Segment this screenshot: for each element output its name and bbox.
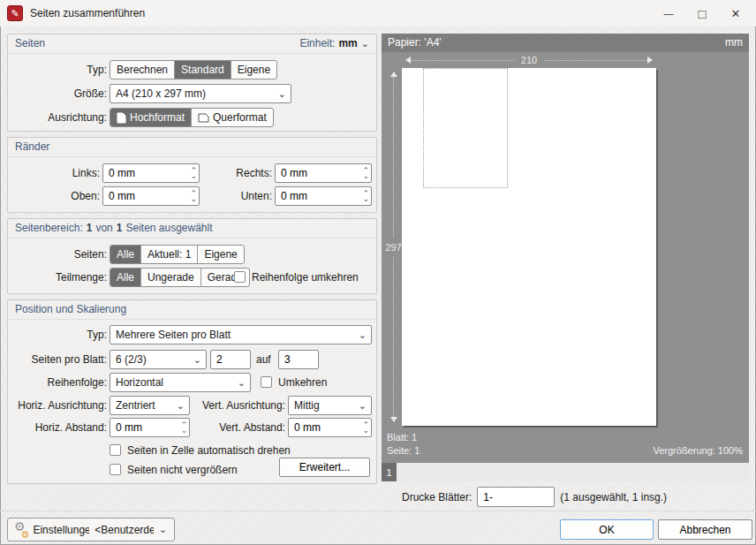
- drucke-blaetter-row: Drucke Blätter: (1 ausgewählt, 1 insg.): [402, 487, 667, 507]
- drucke-blaetter-info: (1 ausgewählt, 1 insg.): [560, 491, 667, 503]
- typ-label: Typ:: [8, 60, 107, 79]
- seite-info: Seite: 1: [387, 445, 420, 456]
- ruler-arrow-down-icon: [390, 417, 397, 426]
- drucke-blaetter-label: Drucke Blätter:: [402, 491, 472, 503]
- preview-panel: Papier: 'A4' mm 210 297 Blatt: 1 Seite: …: [382, 34, 749, 481]
- unit-dropdown[interactable]: Einheit: mm ⌄: [299, 34, 369, 53]
- ruler-height-value: 297: [385, 238, 401, 257]
- group-position: Position und Skalierung Typ: Mehrere Sei…: [7, 299, 377, 484]
- sheet-tab[interactable]: 1: [382, 463, 397, 481]
- seiten-segmented-control: Alle Aktuell: 1 Eigene: [110, 245, 245, 264]
- typ-option-berechnen[interactable]: Berechnen: [110, 61, 174, 79]
- rechts-input[interactable]: [276, 164, 360, 182]
- seiten-option-eigene[interactable]: Eigene: [197, 246, 243, 263]
- ruler-arrow-right-icon: [647, 57, 656, 64]
- chevron-down-icon: ⌄: [359, 400, 367, 412]
- ok-button[interactable]: OK: [560, 519, 654, 540]
- position-typ-select[interactable]: Mehrere Seiten pro Blatt ⌄: [110, 325, 372, 344]
- groesse-value: A4 (210 x 297 mm): [116, 87, 276, 100]
- chevron-down-icon: ⌄: [359, 329, 367, 341]
- maximize-button[interactable]: □: [685, 0, 719, 26]
- auto-drehen-checkbox[interactable]: [110, 444, 121, 456]
- seiten-pro-blatt-select[interactable]: 6 (2/3) ⌄: [110, 350, 207, 369]
- ausrichtung-querformat-label: Querformat: [213, 109, 267, 126]
- ausrichtung-hochformat-label: Hochformat: [130, 109, 185, 126]
- erweitert-button[interactable]: Erweitert...: [279, 458, 370, 477]
- reihenfolge-umkehren-label: Reihenfolge umkehren: [252, 268, 359, 287]
- vert-abstand-input[interactable]: [289, 419, 361, 436]
- spinner-arrows-icon[interactable]: ⌃⌄: [361, 419, 371, 436]
- teilmenge-option-alle[interactable]: Alle: [110, 269, 140, 286]
- horizontal-ruler: 210: [402, 54, 656, 66]
- minimize-button[interactable]: —: [652, 0, 685, 26]
- drucke-blaetter-input[interactable]: [477, 487, 555, 507]
- group-raender-title: Ränder: [15, 138, 49, 156]
- vert-ausrichtung-label: Vert. Ausrichtung:: [167, 396, 285, 415]
- group-seiten: Seiten Einheit: mm ⌄ Typ: Berechnen Stan…: [7, 34, 377, 132]
- vert-ausrichtung-value: Mittig: [294, 399, 356, 412]
- links-label: Links:: [8, 163, 100, 183]
- seitenbereich-selected-count: 1: [87, 219, 93, 238]
- einstellungen-value: <Benutzerde...: [94, 524, 153, 536]
- paper-preview: [402, 68, 656, 426]
- nicht-vergroessern-checkbox[interactable]: [110, 464, 121, 475]
- teilmenge-label: Teilmenge:: [8, 268, 107, 287]
- abbrechen-button[interactable]: Abbrechen: [658, 519, 752, 540]
- zeilen-input[interactable]: [278, 350, 319, 369]
- einstellungen-button[interactable]: ⚙⚙ Einstellungen: <Benutzerde... ⌄: [7, 518, 175, 541]
- spinner-arrows-icon[interactable]: ⌃⌄: [360, 187, 371, 205]
- groesse-label: Größe:: [8, 84, 107, 103]
- chevron-down-icon: ⌄: [361, 34, 369, 53]
- ausrichtung-option-hochformat[interactable]: Hochformat: [110, 109, 191, 126]
- group-seitenbereich-title: Seitenbereich: 1 von 1 Seiten ausgewählt: [15, 219, 213, 238]
- ruler-arrow-left-icon: [402, 57, 411, 64]
- auf-label: auf: [256, 350, 271, 369]
- spinner-arrows-icon[interactable]: ⌃⌄: [360, 164, 371, 182]
- group-position-title: Position und Skalierung: [15, 300, 126, 319]
- preview-unit: mm: [725, 34, 743, 52]
- typ-segmented-control: Berechnen Standard Eigene: [110, 60, 277, 79]
- reihenfolge-select[interactable]: Horizontal ⌄: [110, 373, 251, 392]
- seiten-option-alle[interactable]: Alle: [110, 246, 140, 263]
- preview-header: Papier: 'A4' mm: [382, 34, 749, 52]
- gears-icon: ⚙⚙: [15, 522, 27, 537]
- groesse-select[interactable]: A4 (210 x 297 mm) ⌄: [110, 84, 291, 103]
- blatt-info: Blatt: 1: [387, 432, 417, 443]
- spalten-input[interactable]: [210, 350, 251, 369]
- seiten-label: Seiten:: [8, 245, 107, 264]
- seitenbereich-von-label: von: [95, 219, 112, 238]
- zoom-info: Vergrößerung: 100%: [653, 445, 743, 456]
- reihenfolge-label: Reihenfolge:: [8, 373, 107, 392]
- horiz-abstand-label: Horiz. Abstand:: [8, 418, 107, 437]
- vertical-ruler: 297: [387, 68, 400, 426]
- reihenfolge-umkehren-checkbox[interactable]: [234, 271, 246, 283]
- vert-abstand-spinner[interactable]: ⌃⌄: [288, 418, 372, 437]
- unten-input[interactable]: [276, 187, 360, 205]
- ausrichtung-option-querformat[interactable]: Querformat: [191, 109, 273, 126]
- position-typ-value: Mehrere Seiten pro Blatt: [116, 329, 356, 341]
- typ-option-eigene[interactable]: Eigene: [231, 61, 276, 79]
- unten-spinner[interactable]: ⌃⌄: [275, 186, 372, 206]
- nicht-vergroessern-label: Seiten nicht vergrößern: [127, 460, 238, 480]
- chevron-down-icon: ⌄: [193, 354, 201, 366]
- footer-divider: [0, 511, 756, 511]
- rechts-spinner[interactable]: ⌃⌄: [275, 163, 372, 183]
- einstellungen-label: Einstellungen:: [33, 524, 89, 536]
- seitenbereich-title-label: Seitenbereich:: [15, 219, 83, 238]
- ausrichtung-segmented-control: Hochformat Querformat: [110, 108, 274, 127]
- unten-label: Unten:: [167, 186, 272, 206]
- seiten-option-aktuell[interactable]: Aktuell: 1: [140, 246, 197, 263]
- unit-value: mm: [338, 34, 357, 53]
- close-button[interactable]: ✕: [719, 0, 752, 26]
- oben-label: Oben:: [8, 186, 100, 206]
- teilmenge-option-ungerade[interactable]: Ungerade: [140, 269, 200, 286]
- group-raender: Ränder Links: ⌃⌄ Rechts: ⌃⌄ Oben: ⌃⌄ Unt…: [7, 137, 377, 213]
- app-icon: ✎: [7, 5, 23, 21]
- reihenfolge-value: Horizontal: [116, 376, 235, 389]
- umkehren-checkbox[interactable]: [261, 376, 272, 388]
- typ-option-standard[interactable]: Standard: [174, 61, 231, 79]
- title-bar: ✎ Seiten zusammenführen — □ ✕: [0, 0, 756, 26]
- ausrichtung-label: Ausrichtung:: [8, 108, 107, 127]
- chevron-down-icon: ⌄: [159, 524, 167, 535]
- vert-ausrichtung-select[interactable]: Mittig ⌄: [288, 396, 372, 415]
